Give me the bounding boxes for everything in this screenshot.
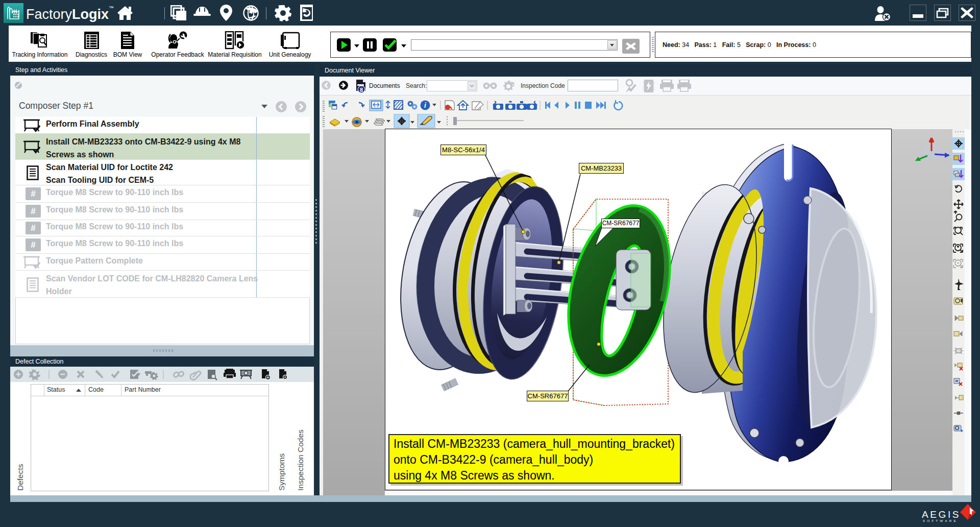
svg-text:8: 8 (360, 87, 363, 93)
